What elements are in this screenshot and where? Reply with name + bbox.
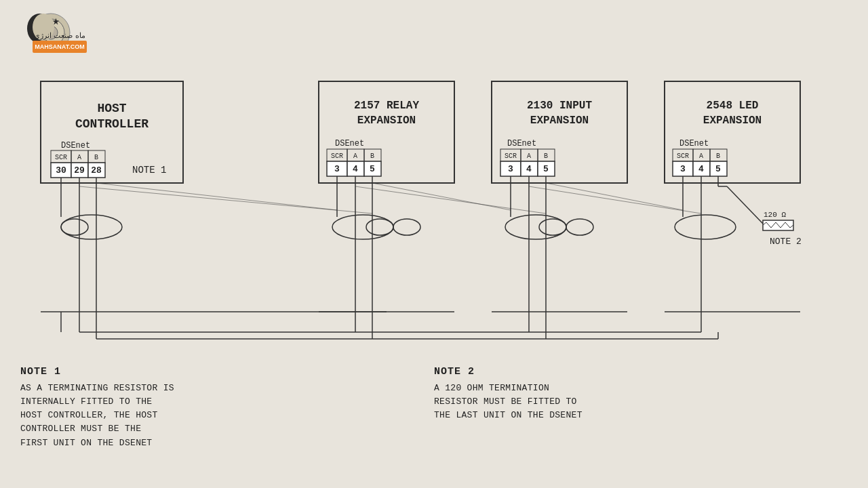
- svg-text:4: 4: [353, 164, 358, 174]
- svg-text:28: 28: [91, 165, 102, 176]
- svg-text:4: 4: [526, 164, 532, 174]
- svg-text:DSEnet: DSEnet: [335, 139, 364, 148]
- svg-text:MAHSANAT.COM: MAHSANAT.COM: [35, 43, 84, 50]
- svg-text:B: B: [716, 152, 720, 160]
- host-dsenet-label: DSEnet: [61, 141, 90, 150]
- svg-text:EXPANSION: EXPANSION: [530, 115, 589, 127]
- svg-text:5: 5: [543, 164, 549, 174]
- svg-text:DSEnet: DSEnet: [679, 139, 709, 148]
- logo: MAHSANAT.COM ماه صنعت انرژی: [14, 7, 108, 58]
- svg-text:SCR: SCR: [505, 152, 517, 160]
- svg-text:B: B: [370, 152, 374, 160]
- svg-text:2130 INPUT: 2130 INPUT: [527, 100, 592, 112]
- svg-line-95: [727, 186, 763, 224]
- svg-text:SCR: SCR: [55, 154, 67, 161]
- svg-point-23: [61, 219, 88, 235]
- notes-area: NOTE 1 AS A TERMINATING RESISTOR IS INTE…: [20, 366, 848, 450]
- svg-line-119: [546, 183, 683, 210]
- note1-block: NOTE 1 AS A TERMINATING RESISTOR IS INTE…: [20, 366, 434, 450]
- note2-title: NOTE 2: [434, 366, 848, 378]
- svg-text:5: 5: [715, 164, 721, 174]
- svg-line-115: [96, 183, 337, 210]
- svg-point-45: [332, 215, 393, 239]
- svg-point-72: [566, 219, 593, 235]
- note2-text: A 120 OHM TERMINATION RESISTOR MUST BE F…: [434, 382, 848, 422]
- svg-line-118: [355, 186, 546, 214]
- svg-text:2548 LED: 2548 LED: [707, 100, 759, 112]
- svg-point-46: [366, 219, 393, 235]
- svg-text:A: A: [527, 152, 531, 160]
- host-title-line1: HOST: [97, 102, 126, 115]
- svg-text:A: A: [77, 154, 81, 161]
- svg-text:A: A: [353, 152, 357, 160]
- svg-text:5: 5: [370, 164, 375, 174]
- svg-text:30: 30: [56, 165, 66, 176]
- note1-title: NOTE 1: [20, 366, 434, 378]
- svg-point-70: [505, 215, 566, 239]
- svg-text:A: A: [699, 152, 703, 160]
- svg-text:120  Ω: 120 Ω: [764, 211, 786, 219]
- svg-line-116: [79, 186, 372, 214]
- svg-text:3: 3: [334, 164, 340, 174]
- svg-line-120: [529, 186, 701, 214]
- svg-text:B: B: [544, 152, 548, 160]
- svg-text:29: 29: [74, 165, 85, 176]
- note2-block: NOTE 2 A 120 OHM TERMINATION RESISTOR MU…: [434, 366, 848, 450]
- svg-text:SCR: SCR: [331, 152, 343, 160]
- svg-point-71: [539, 219, 566, 235]
- svg-text:DSEnet: DSEnet: [507, 139, 536, 148]
- svg-text:NOTE 2: NOTE 2: [770, 237, 802, 247]
- svg-line-117: [372, 183, 511, 210]
- svg-text:ماه صنعت انرژی: ماه صنعت انرژی: [34, 31, 85, 40]
- svg-text:B: B: [94, 154, 98, 161]
- svg-text:3: 3: [680, 164, 686, 174]
- svg-text:SCR: SCR: [677, 152, 689, 160]
- svg-text:EXPANSION: EXPANSION: [357, 115, 416, 127]
- host-note-label: NOTE 1: [132, 165, 166, 176]
- host-title-line2: CONTROLLER: [75, 117, 149, 131]
- svg-text:EXPANSION: EXPANSION: [703, 115, 762, 127]
- svg-text:2157 RELAY: 2157 RELAY: [354, 100, 419, 112]
- diagram-area: HOST CONTROLLER DSEnet SCR A B 30 29 28 …: [20, 75, 848, 352]
- svg-text:4: 4: [698, 164, 704, 174]
- note1-text: AS A TERMINATING RESISTOR IS INTERNALLY …: [20, 382, 434, 450]
- svg-point-47: [393, 219, 420, 235]
- svg-point-22: [61, 215, 122, 239]
- svg-point-106: [675, 215, 736, 239]
- svg-text:3: 3: [508, 164, 513, 174]
